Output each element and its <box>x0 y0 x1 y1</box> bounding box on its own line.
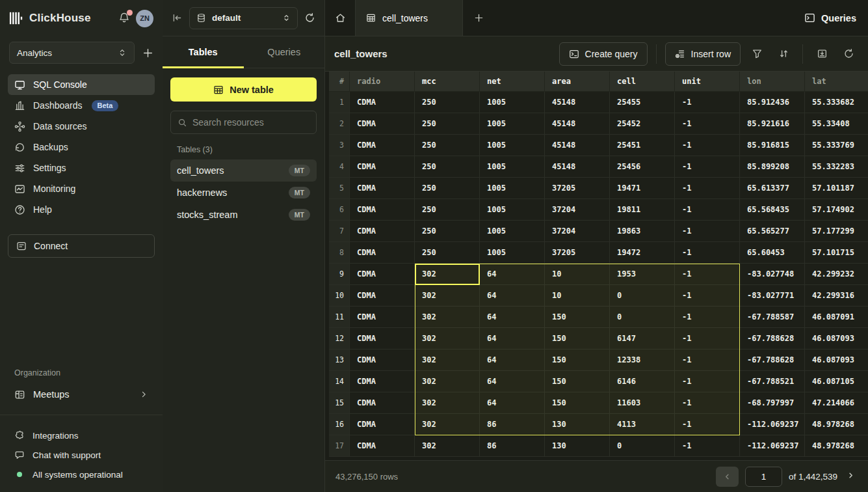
queries-button[interactable]: Queries <box>793 0 868 36</box>
grid-cell[interactable]: 150 <box>545 328 610 349</box>
grid-cell[interactable]: 302 <box>415 371 480 392</box>
grid-cell[interactable]: -1 <box>675 307 740 328</box>
refresh-button[interactable] <box>838 43 859 65</box>
grid-cell[interactable]: -1 <box>675 328 740 349</box>
grid-cell[interactable]: 302 <box>415 285 480 307</box>
grid-cell[interactable]: 65.613377 <box>740 178 805 199</box>
grid-cell[interactable]: 86 <box>480 414 545 435</box>
collapse-panel-button[interactable] <box>172 12 183 23</box>
row-number[interactable]: 9 <box>329 264 350 285</box>
grid-cell[interactable]: -1 <box>675 221 740 242</box>
grid-cell[interactable]: -1 <box>675 92 740 113</box>
grid-cell[interactable]: CDMA <box>350 199 415 221</box>
grid-cell[interactable]: 302 <box>415 349 480 371</box>
column-header-lat[interactable]: lat <box>805 72 868 92</box>
grid-cell[interactable]: 1005 <box>480 135 545 156</box>
grid-cell[interactable]: 37204 <box>545 199 610 221</box>
grid-cell[interactable]: 1005 <box>480 156 545 178</box>
tab-tables[interactable]: Tables <box>163 36 244 68</box>
sidebar-item-integrations[interactable]: Integrations <box>8 426 155 445</box>
filter-button[interactable] <box>746 43 767 65</box>
sidebar-item-data-sources[interactable]: Data sources <box>8 116 155 137</box>
grid-cell[interactable]: -1 <box>675 435 740 457</box>
row-number[interactable]: 13 <box>329 349 350 371</box>
grid-cell[interactable]: 10 <box>545 285 610 307</box>
grid-cell[interactable]: 37204 <box>545 221 610 242</box>
grid-cell[interactable]: 57.101187 <box>805 178 868 199</box>
grid-cell[interactable]: -112.069237 <box>740 435 805 457</box>
grid-cell[interactable]: 250 <box>415 178 480 199</box>
grid-cell[interactable]: 19863 <box>610 221 675 242</box>
grid-cell[interactable]: CDMA <box>350 135 415 156</box>
grid-cell[interactable]: -67.788628 <box>740 328 805 349</box>
grid-cell[interactable]: 0 <box>610 307 675 328</box>
grid-cell[interactable]: 45148 <box>545 135 610 156</box>
grid-cell[interactable]: 55.332283 <box>805 156 868 178</box>
grid-cell[interactable]: 55.333682 <box>805 92 868 113</box>
column-header-lon[interactable]: lon <box>740 72 805 92</box>
search-input[interactable] <box>192 117 310 128</box>
insert-row-button[interactable]: Insert row <box>665 42 741 66</box>
table-list-item-cell-towers[interactable]: cell_towersMT <box>170 159 317 182</box>
grid-cell[interactable]: 19472 <box>610 242 675 264</box>
grid-cell[interactable]: 1005 <box>480 178 545 199</box>
grid-cell[interactable]: 65.568435 <box>740 199 805 221</box>
grid-cell[interactable]: 46.087093 <box>805 328 868 349</box>
grid-cell[interactable]: 37205 <box>545 242 610 264</box>
grid-cell[interactable]: CDMA <box>350 113 415 135</box>
grid-cell[interactable]: CDMA <box>350 414 415 435</box>
grid-cell[interactable]: 45148 <box>545 113 610 135</box>
grid-cell[interactable]: 6146 <box>610 371 675 392</box>
sidebar-item-all-systems-operational[interactable]: All systems operational <box>8 465 155 484</box>
column-header-unit[interactable]: unit <box>675 72 740 92</box>
grid-cell[interactable]: 1005 <box>480 113 545 135</box>
grid-cell[interactable]: 25451 <box>610 135 675 156</box>
grid-cell[interactable]: 85.916815 <box>740 135 805 156</box>
grid-cell[interactable]: 85.912436 <box>740 92 805 113</box>
grid-cell[interactable]: 1953 <box>610 264 675 285</box>
grid-cell[interactable]: 64 <box>480 392 545 414</box>
grid-cell[interactable]: CDMA <box>350 349 415 371</box>
grid-cell[interactable]: -112.069237 <box>740 414 805 435</box>
grid-cell[interactable]: 19811 <box>610 199 675 221</box>
grid-cell[interactable]: CDMA <box>350 92 415 113</box>
grid-cell[interactable]: CDMA <box>350 264 415 285</box>
grid-cell[interactable]: 1005 <box>480 199 545 221</box>
grid-cell[interactable]: -1 <box>675 135 740 156</box>
grid-cell[interactable]: -67.788587 <box>740 307 805 328</box>
row-number[interactable]: 2 <box>329 113 350 135</box>
prev-page-button[interactable] <box>716 467 739 487</box>
grid-cell[interactable]: -1 <box>675 113 740 135</box>
add-service-button[interactable] <box>142 48 153 59</box>
tab-queries[interactable]: Queries <box>244 36 325 68</box>
grid-cell[interactable]: 46.087105 <box>805 371 868 392</box>
grid-cell[interactable]: 250 <box>415 113 480 135</box>
grid-cell[interactable]: 6147 <box>610 328 675 349</box>
grid-cell[interactable]: CDMA <box>350 178 415 199</box>
grid-cell[interactable]: 46.087093 <box>805 349 868 371</box>
grid-cell[interactable]: CDMA <box>350 371 415 392</box>
grid-cell[interactable]: 250 <box>415 135 480 156</box>
grid-cell[interactable]: 57.177299 <box>805 221 868 242</box>
grid-cell[interactable]: 250 <box>415 221 480 242</box>
grid-cell[interactable]: 64 <box>480 285 545 307</box>
grid-cell[interactable]: -1 <box>675 349 740 371</box>
row-number[interactable]: 8 <box>329 242 350 264</box>
org-item-meetups[interactable]: Meetups <box>8 383 155 405</box>
grid-cell[interactable]: -1 <box>675 285 740 307</box>
grid-cell[interactable]: 1005 <box>480 92 545 113</box>
grid-cell[interactable]: CDMA <box>350 156 415 178</box>
column-header-radio[interactable]: radio <box>350 72 415 92</box>
grid-cell[interactable]: -67.788628 <box>740 349 805 371</box>
search-box[interactable] <box>170 111 317 134</box>
workspace-select[interactable]: Analytics <box>9 42 135 64</box>
row-number[interactable]: 3 <box>329 135 350 156</box>
grid-cell[interactable]: 250 <box>415 242 480 264</box>
grid-cell[interactable]: 0 <box>610 285 675 307</box>
grid-cell[interactable]: CDMA <box>350 435 415 457</box>
home-button[interactable] <box>325 0 356 36</box>
sidebar-item-settings[interactable]: Settings <box>8 157 155 178</box>
grid-cell[interactable]: 64 <box>480 349 545 371</box>
grid-cell[interactable]: 46.087091 <box>805 307 868 328</box>
grid-cell[interactable]: 150 <box>545 392 610 414</box>
